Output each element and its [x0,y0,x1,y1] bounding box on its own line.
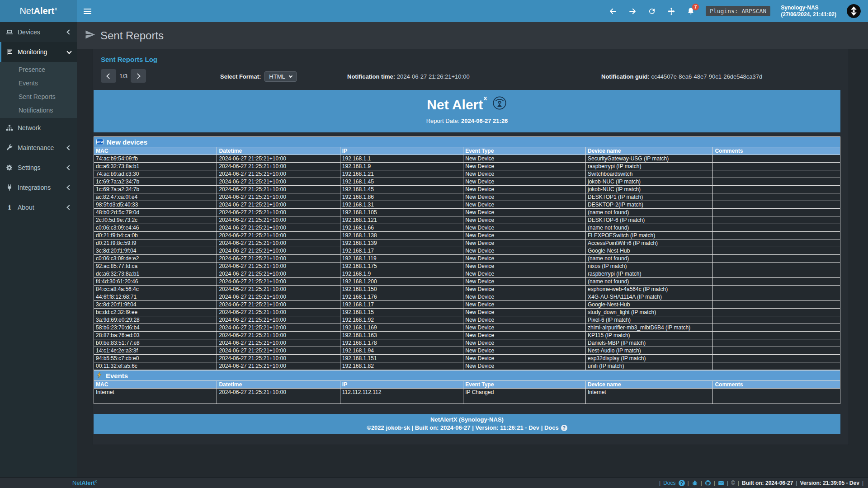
sidebar-item-monitoring[interactable]: Monitoring [0,42,77,62]
table-row: 2c:f0:5d:9e:73:2c2024-06-27 21:25:21+10:… [94,216,840,224]
cell: New Device [463,155,586,163]
cell: New Device [463,293,586,301]
mac-address-link[interactable]: f4:4d:30:61:20:46 [94,278,217,286]
mac-address-link[interactable]: 98:5f:d3:d5:40:33 [94,201,217,209]
cell: 192.168.1.169 [340,324,463,332]
sidebar-item-label: About [18,204,34,211]
notifications-bell-icon[interactable]: 7 [686,7,695,16]
sent-reports-log-link[interactable]: Sent Reports Log [101,56,157,63]
table-row: 14:c1:4e:2e:a3:3f2024-06-27 21:25:21+10:… [94,347,840,355]
footer-brand[interactable]: NetAlertx [72,479,97,486]
cell: DESKTOP1 (IP match) [585,193,712,201]
cell: New Device [463,355,586,362]
cell [713,263,840,270]
format-select[interactable]: HTML [264,71,296,82]
cell: 192.168.1.200 [340,278,463,286]
column-header: Datetime [217,381,340,389]
docs-help-icon[interactable]: ? [561,425,567,431]
table-row: 3c:8d:20:f1:9f:042024-06-27 21:25:21+10:… [94,301,840,309]
cell: New Device [463,316,586,324]
mac-address-link[interactable]: c0:06:c3:09:e4:46 [94,224,217,232]
mac-address-link[interactable]: 94:b5:55:c7:cb:e0 [94,355,217,362]
app-logo[interactable]: NetAlertx [0,0,77,22]
sidebar-item-sent-reports[interactable]: Sent Reports [0,90,77,103]
copyright-symbol[interactable]: © [731,480,735,486]
user-avatar[interactable] [847,4,861,18]
mac-address-link[interactable]: dc:a6:32:73:8a:b1 [94,163,217,170]
sidebar-item-notifications[interactable]: Notifications [0,103,77,117]
mac-address-link[interactable]: b0:be:83:51:77:e8 [94,339,217,347]
mac-address-link[interactable]: ac:82:47:ca:0f:e4 [94,193,217,201]
cell: esphome-web-4a564c (IP match) [585,286,712,293]
docs-help-icon[interactable]: ? [679,480,685,486]
back-arrow-icon[interactable] [609,7,618,16]
move-icon[interactable] [667,7,676,16]
mac-address-link[interactable]: 14:c1:4e:2e:a3:3f [94,347,217,355]
cell [713,232,840,239]
cell: 192.168.1.176 [340,293,463,301]
sidebar-item-maintenance[interactable]: Maintenance [0,138,77,158]
cell: KP115 (IP match) [585,332,712,339]
mac-address-link[interactable]: 1c:69:7a:a2:34:7b [94,178,217,186]
email-icon[interactable] [718,480,724,486]
mac-address-link[interactable]: d0:21:f9:b4:ca:0b [94,232,217,239]
mac-address-link[interactable]: 00:11:32:ef:a5:6c [94,362,217,370]
mac-address-link[interactable]: 74:ac:b9:ad:c3:30 [94,170,217,178]
sidebar-item-presence[interactable]: Presence [0,63,77,76]
mac-address-link[interactable]: 84:cc:a8:4a:56:4c [94,286,217,293]
column-header: MAC [94,381,217,389]
cell: jokob-NUC (IP match) [585,186,712,193]
mac-address-link[interactable]: 3c:8d:20:f1:9f:04 [94,301,217,309]
mac-address-link[interactable]: 44:6f:f8:12:68:71 [94,293,217,301]
prev-page-button[interactable] [101,69,116,83]
mac-address-link[interactable]: 3a:9d:69:e0:29:28 [94,316,217,324]
cell: 192.168.1.66 [340,224,463,232]
mac-address-link[interactable]: 92:ac:85:77:fd:ca [94,263,217,270]
mac-address-link[interactable]: bc:dd:c2:32:f9:ee [94,309,217,316]
sidebar-item-devices[interactable]: Devices [0,22,77,42]
mac-address-link[interactable]: 58:b6:23:70:d6:b4 [94,324,217,332]
table-row [94,396,840,404]
mac-address-link[interactable]: 3c:8d:20:f1:9f:04 [94,247,217,255]
pagination: 1/3 [101,69,146,83]
docs-link[interactable]: Docs [663,480,675,486]
next-page-button[interactable] [131,69,146,83]
table-row: dc:a6:32:73:8a:b12024-06-27 21:25:21+10:… [94,270,840,278]
mac-address-link[interactable]: dc:a6:32:73:8a:b1 [94,270,217,278]
report-date-label: Report Date: [426,117,460,124]
report-date-value: 2024-06-27 21:26 [461,117,508,124]
section-title: New devices [107,138,147,146]
sidebar-item-events[interactable]: Events [0,76,77,90]
sidebar-item-network[interactable]: Network [0,118,77,138]
mac-address-link[interactable]: c0:06:c3:09:de:e2 [94,255,217,263]
host-timestamp: (27/06/2024, 21:41:02) [781,11,836,18]
mac-address-link[interactable]: 1c:69:7a:a2:34:7b [94,186,217,193]
table-row: 94:b5:55:c7:cb:e02024-06-27 21:25:21+10:… [94,355,840,362]
cell: 2024-06-27 21:25:21+10:00 [217,347,340,355]
notification-guid-value: cc44507e-8ea6-48e7-90c1-26de548ca37d [651,73,763,80]
cell [713,201,840,209]
forward-arrow-icon[interactable] [628,7,637,16]
cell [713,247,840,255]
bug-report-icon[interactable] [692,480,698,486]
mac-address-link[interactable]: 48:b0:2d:5c:79:0d [94,209,217,216]
cell: New Device [463,186,586,193]
sidebar-item-settings[interactable]: Settings [0,158,77,178]
mac-address-link[interactable]: 74:ac:b9:54:09:fb [94,155,217,163]
sidebar-item-label: Maintenance [18,144,54,151]
sidebar-item-about[interactable]: i About [0,197,77,217]
cell: 192.168.1.15 [340,309,463,316]
cell: Internet [585,389,712,396]
refresh-icon[interactable] [647,7,656,16]
mac-address-link[interactable]: d0:21:f9:8c:59:f9 [94,239,217,247]
cell [713,362,840,370]
sidebar-item-integrations[interactable]: Integrations [0,178,77,197]
cell: SecurityGateway-USG (IP match) [585,155,712,163]
report-preview: Net Alertx Report Date: 2024-0 [94,90,840,434]
github-icon[interactable] [705,480,711,486]
column-header: Comments [713,381,840,389]
cell: jokob-NUC (IP match) [585,178,712,186]
mac-address-link[interactable]: 2c:f0:5d:9e:73:2c [94,216,217,224]
mac-address-link[interactable]: 28:87:ba:76:ed:03 [94,332,217,339]
sidebar-toggle-button[interactable] [77,0,98,22]
